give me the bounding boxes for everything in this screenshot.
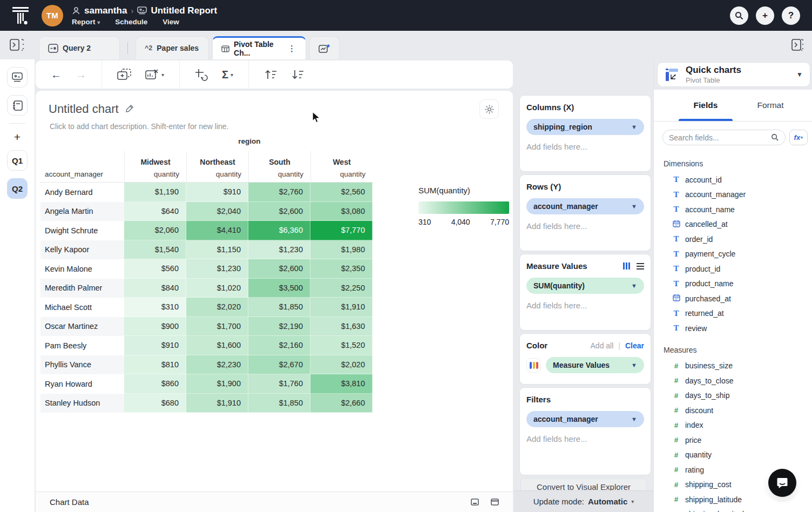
value-cell[interactable]: $1,850 [248, 394, 310, 413]
value-cell[interactable]: $860 [124, 374, 186, 394]
app-logo-icon[interactable] [10, 5, 31, 26]
row-label[interactable]: Phyllis Vance [40, 355, 124, 375]
remove-chart-button[interactable]: ▾ [145, 69, 164, 80]
dimension-item[interactable]: Torder_id [662, 232, 803, 247]
columns-layout-icon[interactable] [623, 262, 630, 270]
search-fields-input[interactable] [669, 133, 768, 142]
value-cell[interactable]: $1,190 [124, 183, 186, 202]
help-button[interactable]: ? [782, 6, 800, 25]
color-palette-icon[interactable] [526, 358, 541, 373]
value-cell[interactable]: $2,560 [310, 183, 373, 202]
value-cell[interactable]: $310 [124, 298, 186, 317]
value-cell[interactable]: $2,600 [248, 202, 310, 221]
value-cell[interactable]: $2,020 [310, 355, 373, 375]
dimension-item[interactable]: Tpayment_cycle [662, 247, 803, 262]
value-cell[interactable]: $4,410 [186, 221, 248, 240]
dimension-item[interactable]: cancelled_at [662, 217, 803, 232]
tab-format[interactable]: Format [749, 100, 792, 110]
row-label[interactable]: Angela Martin [40, 202, 124, 221]
value-cell[interactable]: $840 [124, 279, 186, 298]
tab-paper-sales[interactable]: ^2 Paper sales [136, 36, 209, 59]
value-cell[interactable]: $2,660 [310, 394, 373, 413]
pill-filter-account-manager[interactable]: account_manager▼ [526, 411, 644, 427]
value-cell[interactable]: $1,910 [186, 394, 248, 413]
measure-item[interactable]: #quantity [662, 448, 803, 463]
maximize-panel-button[interactable] [491, 498, 499, 506]
row-label[interactable]: Meredith Palmer [40, 279, 124, 298]
value-cell[interactable]: $2,250 [310, 279, 373, 298]
value-cell[interactable]: $2,350 [310, 259, 373, 279]
clear-button[interactable]: Clear [625, 341, 644, 350]
add-all-button[interactable]: Add all [591, 341, 614, 350]
value-cell[interactable]: $910 [124, 336, 186, 355]
query-2-button[interactable]: Q2 [7, 178, 28, 199]
row-label[interactable]: Oscar Martinez [40, 317, 124, 336]
value-cell[interactable]: $1,850 [248, 298, 310, 317]
value-cell[interactable]: $2,600 [248, 259, 310, 279]
row-label[interactable]: Andy Bernard [40, 183, 124, 202]
measure-item[interactable]: #index [662, 418, 803, 433]
report-view-button[interactable] [7, 67, 28, 87]
add-query-button[interactable]: + [14, 131, 21, 143]
duplicate-chart-button[interactable] [117, 69, 131, 80]
measure-item[interactable]: #business_size [662, 359, 803, 374]
value-cell[interactable]: $1,600 [186, 336, 248, 355]
measure-item[interactable]: #shipping_longitude [662, 507, 803, 512]
measure-item[interactable]: #price [662, 433, 803, 448]
value-cell[interactable]: $810 [124, 355, 186, 375]
pill-sum-quantity[interactable]: SUM(quantity)▼ [526, 278, 644, 294]
value-cell[interactable]: $2,060 [124, 221, 186, 240]
tab-query-2[interactable]: Query 2 [39, 36, 120, 59]
value-cell[interactable]: $1,520 [310, 336, 373, 355]
measure-values-drop-target[interactable]: Add fields here... [526, 301, 644, 310]
pill-account-manager[interactable]: account_manager▼ [526, 198, 644, 214]
chart-settings-button[interactable] [479, 99, 499, 119]
report-title[interactable]: Untitled Report [151, 5, 217, 16]
dimension-item[interactable]: purchased_at [662, 291, 803, 306]
add-chart-tab[interactable] [309, 36, 340, 59]
value-cell[interactable]: $1,150 [186, 240, 248, 260]
rows-drop-target[interactable]: Add fields here... [526, 221, 644, 231]
dimension-item[interactable]: Tproduct_name [662, 277, 803, 292]
dimension-item[interactable]: Treview [662, 321, 803, 336]
rows-layout-icon[interactable] [637, 263, 644, 270]
dimension-item[interactable]: Treturned_at [662, 306, 803, 321]
value-cell[interactable]: $640 [124, 202, 186, 221]
sort-ascending-button[interactable] [264, 69, 277, 80]
value-cell[interactable]: $3,080 [310, 202, 373, 221]
undo-back-button[interactable]: ← [51, 69, 62, 80]
value-cell[interactable]: $1,980 [310, 240, 373, 260]
notebook-button[interactable] [7, 95, 28, 116]
redo-forward-button[interactable]: → [76, 69, 86, 80]
user-name[interactable]: samantha [84, 5, 127, 16]
row-label[interactable]: Stanley Hudson [40, 394, 124, 413]
value-cell[interactable]: $2,230 [186, 355, 248, 375]
dimension-item[interactable]: Taccount_manager [662, 187, 803, 203]
measure-item[interactable]: #days_to_close [662, 373, 803, 388]
tab-fields[interactable]: Fields [668, 100, 743, 110]
value-cell[interactable]: $2,190 [248, 317, 310, 336]
value-cell[interactable]: $1,900 [186, 374, 248, 394]
pill-shipping-region[interactable]: shipping_region▼ [526, 119, 644, 135]
tab-pivot-table-chart[interactable]: Pivot Table Ch... ⋮ [212, 36, 306, 59]
value-cell[interactable]: $2,040 [186, 202, 248, 221]
columns-drop-target[interactable]: Add fields here... [526, 142, 644, 151]
dimension-item[interactable]: Tproduct_id [662, 261, 803, 277]
chat-bubble-button[interactable] [768, 469, 796, 497]
quick-charts-selector[interactable]: Quick charts Pivot Table ▼ [657, 62, 810, 87]
chart-description[interactable]: Click to add chart description. Shift-en… [50, 122, 229, 131]
value-cell[interactable]: $6,360 [248, 221, 310, 240]
row-label[interactable]: Dwight Schrute [40, 221, 124, 240]
edit-title-pencil-icon[interactable] [125, 104, 134, 115]
value-cell[interactable]: $1,630 [310, 317, 373, 336]
filters-drop-target[interactable]: Add fields here... [526, 434, 644, 443]
add-formula-button[interactable]: fx+ [789, 130, 808, 145]
row-label[interactable]: Michael Scott [40, 298, 124, 317]
minimize-panel-button[interactable] [471, 498, 479, 506]
value-cell[interactable]: $1,700 [186, 317, 248, 336]
measure-item[interactable]: #days_to_ship [662, 388, 803, 403]
swap-axes-button[interactable] [195, 69, 208, 81]
query-1-button[interactable]: Q1 [7, 150, 28, 171]
value-cell[interactable]: $1,910 [310, 298, 373, 317]
collapse-right-panel-icon[interactable] [788, 37, 804, 52]
